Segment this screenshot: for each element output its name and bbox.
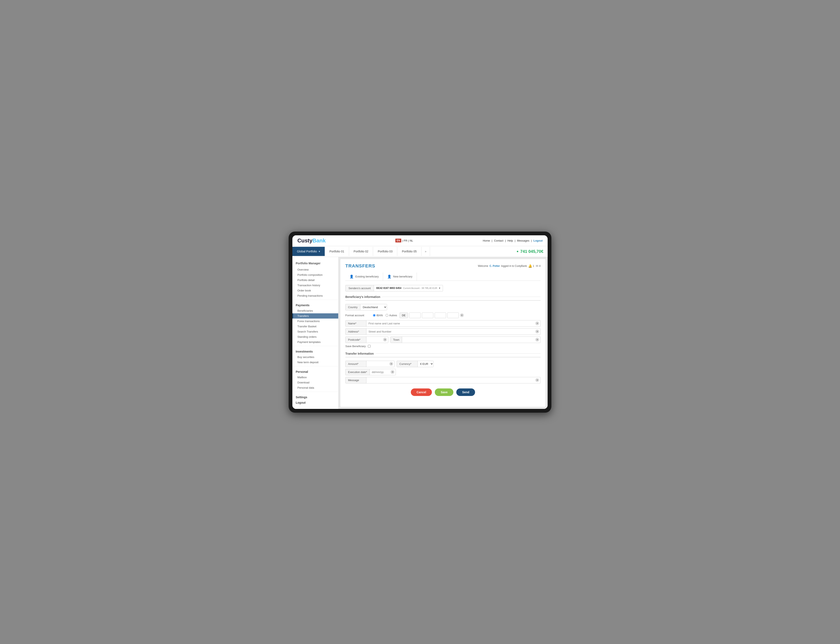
message-label: Message xyxy=(346,377,366,383)
sidebar-item-transaction-history[interactable]: Transaction history xyxy=(292,283,338,288)
notification-badge[interactable]: 🔔 1 xyxy=(528,264,534,268)
save-beneficiary-checkbox[interactable] xyxy=(368,345,371,348)
amount-box: Amount* ✕ xyxy=(345,361,395,367)
chevron-down-icon: ▾ xyxy=(319,250,320,253)
amount-input[interactable] xyxy=(366,361,389,367)
nav-sep1: | xyxy=(492,239,492,242)
message-input[interactable] xyxy=(366,377,535,383)
send-button[interactable]: Send xyxy=(456,388,475,396)
sidebar-item-forex-transactions[interactable]: Forex transactions xyxy=(292,319,338,324)
country-row: Country Deutschland xyxy=(345,304,541,310)
sidebar-item-portfolio-composition[interactable]: Portfolio composition xyxy=(292,272,338,278)
save-button[interactable]: Save xyxy=(435,388,453,396)
sidebar-item-beneficiaries[interactable]: Beneficiaries xyxy=(292,308,338,313)
sidebar-item-portfolio-detail[interactable]: Portfolio detail xyxy=(292,278,338,283)
cancel-button[interactable]: Cancel xyxy=(411,388,432,396)
tab-portfolio-05[interactable]: Portfolio 05 xyxy=(397,247,422,256)
sender-value[interactable]: BE42 8187 8893 6454 Current Account - 38… xyxy=(374,285,443,291)
sidebar-item-transfer-basket[interactable]: Transfer Basket xyxy=(292,324,338,329)
country-select[interactable]: Country Deutschland xyxy=(345,304,387,310)
country-dropdown[interactable]: Deutschland xyxy=(360,304,387,310)
sidebar-item-transfers[interactable]: Transfers xyxy=(292,313,338,319)
radio-iban[interactable]: IBAN xyxy=(373,314,383,317)
sidebar-section-settings[interactable]: Settings xyxy=(292,393,338,400)
sidebar-item-search-transfers[interactable]: Search Transfers xyxy=(292,329,338,334)
lang-sep2: | xyxy=(408,239,409,242)
postcode-input[interactable] xyxy=(366,337,383,343)
tab-portfolio-02[interactable]: Portfolio 02 xyxy=(349,247,373,256)
amount-label: Amount* xyxy=(346,361,366,367)
nav-contact[interactable]: Contact xyxy=(494,239,504,242)
nav-home[interactable]: Home xyxy=(483,239,490,242)
iban-clear-button[interactable]: ✕ xyxy=(460,313,464,317)
exec-date-box: Execution date* ✕ xyxy=(345,369,396,375)
country-label: Country xyxy=(346,304,360,310)
iban-field-1[interactable] xyxy=(409,312,421,318)
lang-fr[interactable]: FR xyxy=(404,239,407,242)
mail-badge[interactable]: ✉ 4 xyxy=(536,264,541,268)
balance-dot-icon: ● xyxy=(517,250,518,253)
exec-date-clear-button[interactable]: ✕ xyxy=(390,370,394,374)
currency-select[interactable]: € EUR xyxy=(418,361,433,367)
name-clear-button[interactable]: ✕ xyxy=(535,322,539,325)
sidebar-logout[interactable]: Logout xyxy=(292,400,338,406)
postcode-clear-button[interactable]: ✕ xyxy=(383,338,387,342)
exec-date-input[interactable] xyxy=(370,369,390,375)
address-input[interactable] xyxy=(366,329,535,335)
logo-custo: Custy xyxy=(297,237,312,244)
iban-field-2[interactable] xyxy=(422,312,433,318)
portfolio-tabs: Global Portfolio ▾ Portfolio 01 Portfoli… xyxy=(292,246,548,257)
nav-help[interactable]: Help xyxy=(507,239,513,242)
nav-logout[interactable]: Logout xyxy=(533,239,543,242)
town-box: Town ✕ xyxy=(390,337,541,343)
mail-count: 4 xyxy=(539,264,541,268)
lang-sep1: | xyxy=(402,239,403,242)
message-clear-button[interactable]: ✕ xyxy=(535,378,539,382)
logo: CustyBank xyxy=(297,237,326,244)
sidebar-item-download[interactable]: Download xyxy=(292,380,338,385)
lang-en[interactable]: EN xyxy=(395,239,402,242)
town-label: Town xyxy=(390,337,402,343)
tab-portfolio-01[interactable]: Portfolio 01 xyxy=(325,247,349,256)
action-buttons: Cancel Save Send xyxy=(345,388,541,396)
address-clear-button[interactable]: ✕ xyxy=(535,330,539,334)
save-beneficiary-row: Save Beneficiary xyxy=(345,345,541,348)
radio-autres[interactable]: Autres xyxy=(386,314,397,317)
tab-global-portfolio[interactable]: Global Portfolio ▾ xyxy=(292,247,325,256)
exec-date-row: Execution date* ✕ xyxy=(345,369,541,375)
sidebar-item-buy-securities[interactable]: Buy securities xyxy=(292,355,338,360)
sidebar-item-order-book[interactable]: Order book xyxy=(292,288,338,293)
portfolio-more-icon[interactable]: » xyxy=(422,247,430,256)
town-clear-button[interactable]: ✕ xyxy=(535,338,539,342)
sidebar-section-portfolio: Portfolio Manager xyxy=(292,260,338,267)
format-account-label: Format account xyxy=(345,314,370,317)
tab-portfolio-03[interactable]: Portfolio 03 xyxy=(373,247,397,256)
lang-nl[interactable]: NL xyxy=(410,239,413,242)
iban-field-4[interactable] xyxy=(447,312,459,318)
iban-prefix: DE xyxy=(400,312,408,318)
sidebar-item-overview[interactable]: Overview xyxy=(292,267,338,272)
town-input[interactable] xyxy=(402,337,535,343)
sender-account-type: Current Account - 38 785,40 EUR xyxy=(403,287,437,289)
amount-clear-button[interactable]: ✕ xyxy=(389,362,393,366)
transfer-section-header: Transfer Information xyxy=(345,352,541,357)
currency-label: Currency* xyxy=(397,361,418,367)
mail-icon: ✉ xyxy=(536,264,538,268)
nav-links: Home | Contact | Help | Messages | Logou… xyxy=(483,239,543,242)
sidebar-item-mailbox[interactable]: Mailbox xyxy=(292,375,338,380)
sidebar-item-personal-data[interactable]: Personal data xyxy=(292,385,338,390)
sidebar-item-payment-templates[interactable]: Payment templates xyxy=(292,339,338,345)
sender-dropdown-icon[interactable]: ▾ xyxy=(439,287,440,289)
nav-messages[interactable]: Messages xyxy=(517,239,529,242)
sidebar-item-pending-transactions[interactable]: Pending transactions xyxy=(292,293,338,298)
iban-field-3[interactable] xyxy=(435,312,446,318)
name-input[interactable] xyxy=(366,320,535,327)
tab-existing-beneficiary[interactable]: 👤 Existing beneficiary xyxy=(345,273,383,281)
tab-new-beneficiary[interactable]: 👤 New beneficiary xyxy=(383,273,417,281)
amount-currency-row: Amount* ✕ Currency* € EUR xyxy=(345,361,541,367)
exec-date-label: Execution date* xyxy=(346,369,370,375)
sidebar-section-investments: Investments xyxy=(292,347,338,355)
page-title: TRANSFERS xyxy=(345,263,375,269)
sidebar-item-new-term-deposit[interactable]: New term deposit xyxy=(292,360,338,365)
sidebar-item-standing-orders[interactable]: Standing orders xyxy=(292,334,338,339)
